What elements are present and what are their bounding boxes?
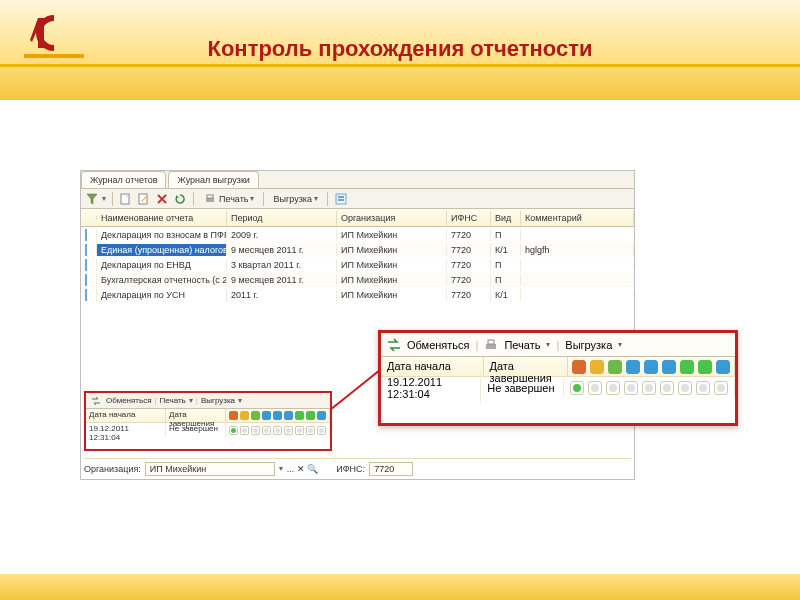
- filter-bar: Организация: ИП Михейкин ▾ ... ✕ 🔍 ИФНС:…: [84, 458, 631, 476]
- col-org[interactable]: Организация: [337, 211, 447, 225]
- table-row[interactable]: Единая (упрощенная) налоговая декларация…: [81, 242, 634, 257]
- status-dot: [317, 426, 326, 435]
- table-row[interactable]: Бухгалтерская отчетность (с 2011 года)9 …: [81, 272, 634, 287]
- cell-comment: [521, 294, 634, 296]
- cell-org: ИП Михейкин: [337, 274, 447, 286]
- print-lg[interactable]: Печать: [504, 339, 540, 351]
- svg-rect-4: [207, 195, 213, 198]
- cell-name: Единая (упрощенная) налоговая декларация: [97, 244, 227, 256]
- tab-strip: Журнал отчетов Журнал выгрузки: [81, 171, 634, 189]
- new-doc-icon[interactable]: [119, 192, 133, 206]
- ifns-filter-input[interactable]: 7720: [369, 462, 413, 476]
- print-sm[interactable]: Печать: [160, 396, 186, 405]
- status-dot: [284, 426, 293, 435]
- ifns-filter-label: ИФНС:: [336, 464, 365, 474]
- col-vid[interactable]: Вид: [491, 211, 521, 225]
- status-col-icon: [662, 360, 676, 374]
- exchange-button-lg[interactable]: Обменяться: [407, 339, 470, 351]
- app-window: Журнал отчетов Журнал выгрузки ▾ Печать …: [80, 170, 635, 480]
- col-ifns[interactable]: ИФНС: [447, 211, 491, 225]
- end-sm: Не завершен: [166, 423, 226, 437]
- edit-icon[interactable]: [137, 192, 151, 206]
- cell-comment: hglgfh: [521, 244, 634, 256]
- status-col-icon: [698, 360, 712, 374]
- status-dot: [306, 426, 315, 435]
- svg-rect-10: [488, 340, 494, 344]
- cell-ifns: 7720: [447, 274, 491, 286]
- status-dot: [262, 426, 271, 435]
- start-sm: 19.12.2011 12:31:04: [86, 423, 166, 437]
- status-col-icon: [590, 360, 604, 374]
- exchange-icon[interactable]: [89, 394, 103, 408]
- status-cols-lg: [568, 357, 735, 376]
- col-start-sm[interactable]: Дата начала: [86, 409, 166, 422]
- filter-icon[interactable]: [85, 192, 99, 206]
- cell-period: 3 квартал 2011 г.: [227, 259, 337, 271]
- tab-journal-exports[interactable]: Журнал выгрузки: [168, 171, 258, 188]
- chevron-down-icon: ▾: [250, 194, 254, 203]
- table-row[interactable]: Декларация по ЕНВД3 квартал 2011 г.ИП Ми…: [81, 257, 634, 272]
- print-icon: [203, 192, 217, 206]
- status-col-icon: [273, 411, 282, 420]
- cell-period: 9 месяцев 2011 г.: [227, 274, 337, 286]
- table-row[interactable]: Декларация по взносам в ПФР2009 г.ИП Мих…: [81, 227, 634, 242]
- doc-icon: [85, 289, 87, 301]
- cell-name: Декларация по ЕНВД: [97, 259, 227, 271]
- main-toolbar: ▾ Печать ▾ Выгрузка ▾: [81, 189, 634, 209]
- exchange-icon[interactable]: [387, 338, 401, 352]
- status-dots-lg: [564, 378, 735, 398]
- chevron-down-icon[interactable]: ▾: [279, 464, 283, 473]
- status-dot: [624, 381, 638, 395]
- col-end-lg[interactable]: Дата завершения: [484, 357, 568, 376]
- delete-icon[interactable]: [155, 192, 169, 206]
- status-col-icon: [626, 360, 640, 374]
- cell-ifns: 7720: [447, 259, 491, 271]
- status-dot: [240, 426, 249, 435]
- end-lg: Не завершен: [481, 379, 564, 397]
- export-lg[interactable]: Выгрузка: [565, 339, 612, 351]
- print-button[interactable]: Печать ▾: [200, 191, 257, 207]
- col-period[interactable]: Период: [227, 211, 337, 225]
- export-sm[interactable]: Выгрузка: [201, 396, 235, 405]
- status-col-icon: [680, 360, 694, 374]
- exchange-button[interactable]: Обменяться: [106, 396, 152, 405]
- grid-header: Наименование отчета Период Организация И…: [81, 209, 634, 227]
- status-dot: [570, 381, 584, 395]
- cell-period: 2011 г.: [227, 289, 337, 301]
- refresh-icon[interactable]: [173, 192, 187, 206]
- status-dot: [273, 426, 282, 435]
- table-row[interactable]: Декларация по УСН2011 г.ИП Михейкин7720К…: [81, 287, 634, 302]
- col-icon[interactable]: [81, 216, 97, 220]
- chevron-down-icon: ▾: [314, 194, 318, 203]
- status-dot: [606, 381, 620, 395]
- org-filter-label: Организация:: [84, 464, 141, 474]
- slide-header: Контроль прохождения отчетности: [0, 0, 800, 100]
- status-cols-sm: [226, 409, 330, 422]
- exchange-panel-callout: Обменяться | Печать▾ | Выгрузка▾ Дата на…: [378, 330, 738, 426]
- chevron-down-icon[interactable]: ▾: [102, 194, 106, 203]
- status-col-icon: [251, 411, 260, 420]
- cell-name: Декларация по УСН: [97, 289, 227, 301]
- cell-vid: К/1: [491, 289, 521, 301]
- status-col-icon: [240, 411, 249, 420]
- col-name[interactable]: Наименование отчета: [97, 211, 227, 225]
- svg-rect-3: [206, 198, 214, 202]
- print-icon: [484, 338, 498, 352]
- slide-title: Контроль прохождения отчетности: [0, 36, 800, 62]
- settings-icon[interactable]: [334, 192, 348, 206]
- cell-period: 9 месяцев 2011 г.: [227, 244, 337, 256]
- cell-vid: П: [491, 229, 521, 241]
- status-dot: [714, 381, 728, 395]
- cell-ifns: 7720: [447, 229, 491, 241]
- cell-comment: [521, 264, 634, 266]
- status-col-icon: [317, 411, 326, 420]
- export-button[interactable]: Выгрузка ▾: [270, 193, 320, 205]
- export-label: Выгрузка: [273, 194, 311, 204]
- org-filter-input[interactable]: ИП Михейкин: [145, 462, 275, 476]
- doc-icon: [85, 259, 87, 271]
- tab-journal-reports[interactable]: Журнал отчетов: [81, 171, 166, 188]
- col-end-sm[interactable]: Дата завершения: [166, 409, 226, 422]
- cell-vid: К/1: [491, 244, 521, 256]
- doc-icon: [85, 229, 87, 241]
- col-comment[interactable]: Комментарий: [521, 211, 634, 225]
